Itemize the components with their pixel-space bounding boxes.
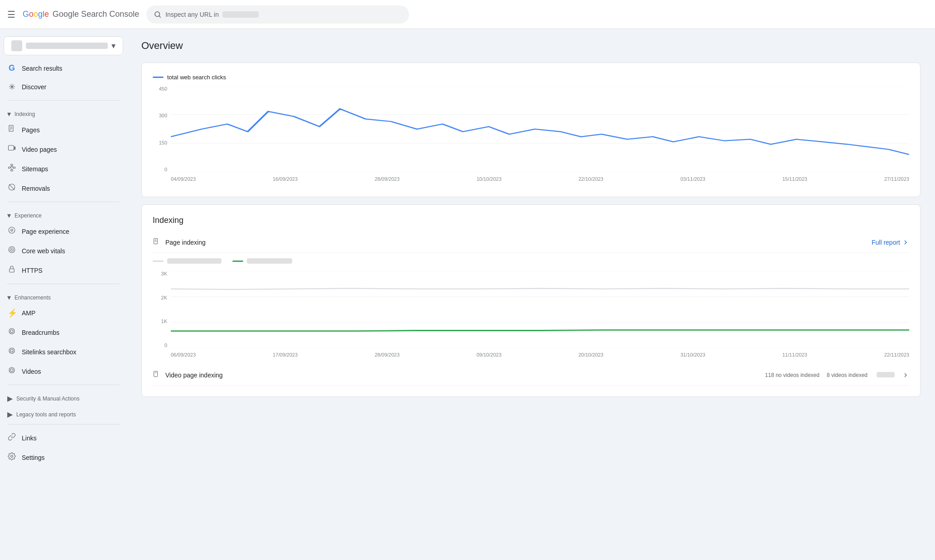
nav-divider-4	[7, 385, 120, 385]
svg-line-1	[159, 16, 161, 17]
page-title: Overview	[141, 40, 921, 52]
sidebar-item-settings[interactable]: Settings	[0, 448, 123, 467]
nav-divider-2	[7, 202, 120, 202]
menu-icon[interactable]: ☰	[7, 9, 15, 20]
sidebar-item-core-web-vitals[interactable]: Core web vitals	[0, 241, 123, 261]
indexing-chart-y-axis: 3K 2K 1K 0	[153, 271, 171, 348]
sidebar-item-amp[interactable]: ⚡ AMP	[0, 304, 123, 323]
sidebar: ▾ G Search results ✳ Discover ▾ Indexing…	[0, 29, 127, 560]
legend-line-grey	[153, 261, 164, 262]
svg-point-22	[11, 249, 12, 250]
video-row-chevron-icon[interactable]	[902, 372, 909, 379]
ix-label-1: 06/09/2023	[171, 352, 196, 357]
ix-label-7: 11/11/2023	[782, 352, 807, 357]
site-name-blurred	[26, 43, 108, 49]
sidebar-item-videos[interactable]: Videos	[0, 362, 123, 381]
pages-icon	[7, 125, 16, 135]
removals-icon	[7, 183, 16, 193]
sidebar-item-links[interactable]: Links	[0, 428, 123, 448]
sidebar-label-https: HTTPS	[22, 267, 43, 274]
svg-point-25	[10, 330, 13, 333]
y-label-300: 300	[159, 113, 167, 118]
iy-label-2k: 2K	[161, 295, 167, 300]
svg-rect-42	[154, 371, 158, 377]
legend-label-blurred-2	[247, 258, 292, 264]
settings-gear-icon	[7, 452, 16, 463]
site-selector[interactable]: ▾	[4, 36, 123, 55]
sidebar-label-search-results: Search results	[22, 65, 62, 72]
sidebar-section-legacy[interactable]: ▶ Legacy tools and reports	[0, 405, 127, 420]
google-g-icon: G	[7, 63, 16, 73]
breadcrumbs-icon	[7, 327, 16, 338]
sidebar-item-sitemaps[interactable]: Sitemaps	[0, 159, 123, 179]
videos-icon	[7, 366, 16, 377]
svg-point-29	[10, 369, 13, 372]
chevron-down-icon-2: ▾	[7, 211, 11, 220]
sidebar-section-enhancements[interactable]: ▾ Enhancements	[0, 288, 127, 304]
search-performance-chart-svg	[171, 86, 909, 172]
sidebar-label-sitelinks-searchbox: Sitelinks searchbox	[22, 348, 77, 356]
x-label-1: 04/09/2023	[171, 176, 196, 182]
sidebar-item-video-pages[interactable]: Video pages	[0, 140, 123, 159]
links-icon	[7, 433, 16, 443]
sidebar-item-sitelinks-searchbox[interactable]: Sitelinks searchbox	[0, 342, 123, 362]
search-bar[interactable]: Inspect any URL in	[146, 5, 409, 24]
sidebar-section-indexing-label: Indexing	[14, 111, 35, 117]
sidebar-item-pages[interactable]: Pages	[0, 120, 123, 140]
x-label-5: 22/10/2023	[578, 176, 603, 182]
y-label-150: 150	[159, 140, 167, 145]
full-report-link[interactable]: Full report	[872, 239, 909, 246]
sidebar-label-removals: Removals	[22, 185, 50, 192]
full-report-text: Full report	[872, 239, 900, 246]
svg-point-0	[155, 12, 160, 17]
sidebar-item-search-results[interactable]: G Search results	[0, 59, 123, 77]
site-favicon	[11, 40, 22, 51]
svg-rect-6	[9, 145, 14, 150]
iy-label-3k: 3K	[161, 271, 167, 276]
sidebar-label-links: Links	[22, 434, 37, 442]
video-page-indexing-label: Video page indexing	[165, 372, 760, 379]
sidebar-section-experience-label: Experience	[14, 212, 42, 219]
site-dropdown-icon[interactable]: ▾	[111, 41, 116, 51]
sidebar-label-sitemaps: Sitemaps	[22, 165, 48, 173]
main-content: Overview total web search clicks 450 300…	[127, 29, 935, 560]
indexing-card: Indexing Page indexing Full report	[141, 204, 921, 397]
sidebar-section-security-label: Security & Manual Actions	[16, 396, 79, 402]
sidebar-section-indexing[interactable]: ▾ Indexing	[0, 104, 127, 120]
sidebar-section-experience[interactable]: ▾ Experience	[0, 206, 127, 222]
search-inspect-label: Inspect any URL in	[165, 11, 219, 18]
sidebar-item-page-experience[interactable]: Page experience	[0, 222, 123, 241]
discover-icon: ✳	[7, 82, 16, 92]
chevron-right-icon-3	[902, 239, 909, 246]
search-chart-container: 450 300 150 0	[153, 86, 909, 186]
sidebar-section-legacy-label: Legacy tools and reports	[16, 411, 76, 418]
nav-divider-1	[7, 100, 120, 101]
iy-label-0: 0	[164, 343, 167, 348]
chart-x-axis: 04/09/2023 16/09/2023 28/09/2023 10/10/2…	[171, 172, 909, 186]
x-label-2: 16/09/2023	[273, 176, 298, 182]
chevron-right-icon: ▶	[7, 394, 13, 403]
svg-point-30	[11, 455, 13, 458]
x-label-4: 10/10/2023	[477, 176, 501, 182]
svg-rect-11	[11, 170, 13, 171]
chevron-right-icon-2: ▶	[7, 410, 13, 419]
svg-point-18	[9, 227, 15, 233]
sidebar-label-breadcrumbs: Breadcrumbs	[22, 329, 59, 336]
app-body: ▾ G Search results ✳ Discover ▾ Indexing…	[0, 29, 935, 560]
search-icon	[154, 10, 162, 19]
svg-point-27	[10, 349, 13, 352]
indexing-legend-item-1	[153, 258, 222, 264]
chevron-down-icon-3: ▾	[7, 293, 11, 302]
search-domain-blur	[222, 11, 259, 18]
ix-label-8: 22/11/2023	[884, 352, 909, 357]
sidebar-item-breadcrumbs[interactable]: Breadcrumbs	[0, 323, 123, 342]
sidebar-label-amp: AMP	[22, 309, 35, 317]
sidebar-item-discover[interactable]: ✳ Discover	[0, 77, 123, 97]
sidebar-section-security[interactable]: ▶ Security & Manual Actions	[0, 389, 127, 405]
ix-label-6: 31/10/2023	[680, 352, 705, 357]
nav-divider-3	[7, 284, 120, 284]
sitelinks-searchbox-icon	[7, 347, 16, 357]
sidebar-item-removals[interactable]: Removals	[0, 179, 123, 198]
legend-color-dot	[153, 77, 164, 78]
sidebar-item-https[interactable]: HTTPS	[0, 261, 123, 280]
